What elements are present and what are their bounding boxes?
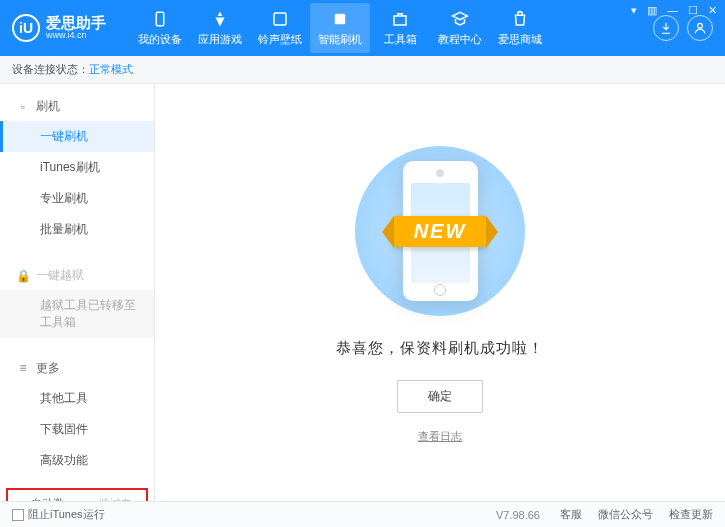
svg-rect-2: [335, 14, 346, 25]
user-btn[interactable]: [687, 15, 713, 41]
success-message: 恭喜您，保资料刷机成功啦！: [336, 339, 544, 358]
wallpaper-icon: [270, 9, 290, 29]
toolbox-icon: [390, 9, 410, 29]
footer-link-wechat[interactable]: 微信公众号: [598, 507, 653, 522]
window-controls: ▾ ▥ — ☐ ✕: [631, 4, 717, 17]
header: iU 爱思助手 www.i4.cn 我的设备 应用游戏 铃声壁纸 智能刷机 工具…: [0, 0, 725, 56]
lock-icon: 🔒: [16, 269, 30, 283]
sb-item-itunes[interactable]: iTunes刷机: [0, 152, 154, 183]
sb-item-pro[interactable]: 专业刷机: [0, 183, 154, 214]
svg-point-4: [698, 23, 703, 28]
nav-ringtones[interactable]: 铃声壁纸: [250, 3, 310, 53]
sb-jailbreak-header[interactable]: 🔒 一键越狱: [0, 261, 154, 290]
sidebar: ▫ 刷机 一键刷机 iTunes刷机 专业刷机 批量刷机 🔒 一键越狱 越狱工具…: [0, 84, 155, 501]
highlight-box: 自动激活 跳过向导: [6, 488, 148, 501]
maximize-btn[interactable]: ☐: [688, 4, 698, 17]
status-label: 设备连接状态：: [12, 62, 89, 77]
sb-flash-header[interactable]: ▫ 刷机: [0, 92, 154, 121]
footer: 阻止iTunes运行 V7.98.66 客服 微信公众号 检查更新: [0, 501, 725, 527]
footer-link-support[interactable]: 客服: [560, 507, 582, 522]
logo: iU 爱思助手 www.i4.cn: [12, 14, 106, 42]
checkbox-skip-guide: 跳过向导: [84, 496, 138, 501]
sb-more-header[interactable]: ≡ 更多: [0, 354, 154, 383]
svg-rect-0: [156, 12, 164, 26]
menu-btn[interactable]: ▾: [631, 4, 637, 17]
device-icon: [150, 9, 170, 29]
success-illustration: NEW: [340, 141, 540, 321]
download-btn[interactable]: [653, 15, 679, 41]
sb-item-batch[interactable]: 批量刷机: [0, 214, 154, 245]
sb-jailbreak-note: 越狱工具已转移至工具箱: [0, 290, 154, 338]
sb-item-advanced[interactable]: 高级功能: [0, 445, 154, 476]
sb-item-download-fw[interactable]: 下载固件: [0, 414, 154, 445]
confirm-button[interactable]: 确定: [397, 380, 483, 413]
nav-apps[interactable]: 应用游戏: [190, 3, 250, 53]
sb-item-othertools[interactable]: 其他工具: [0, 383, 154, 414]
flash-icon: [330, 9, 350, 29]
main-content: NEW 恭喜您，保资料刷机成功啦！ 确定 查看日志: [155, 84, 725, 501]
svg-rect-3: [394, 16, 406, 25]
main-nav: 我的设备 应用游戏 铃声壁纸 智能刷机 工具箱 教程中心 爱思商城: [130, 3, 653, 53]
status-bar: 设备连接状态： 正常模式: [0, 56, 725, 84]
svg-rect-1: [274, 13, 286, 25]
app-title: 爱思助手: [46, 15, 106, 32]
nav-toolbox[interactable]: 工具箱: [370, 3, 430, 53]
version: V7.98.66: [496, 509, 540, 521]
sb-item-oneclick[interactable]: 一键刷机: [0, 121, 154, 152]
nav-flash[interactable]: 智能刷机: [310, 3, 370, 53]
checkbox-block-itunes[interactable]: 阻止iTunes运行: [12, 507, 105, 522]
nav-my-device[interactable]: 我的设备: [130, 3, 190, 53]
minimize-btn[interactable]: —: [667, 4, 678, 17]
new-ribbon: NEW: [394, 216, 487, 247]
checkbox-auto-activate[interactable]: 自动激活: [16, 496, 70, 501]
flash-section-icon: ▫: [16, 100, 30, 114]
skin-btn[interactable]: ▥: [647, 4, 657, 17]
tutorial-icon: [450, 9, 470, 29]
logo-icon: iU: [12, 14, 40, 42]
nav-tutorials[interactable]: 教程中心: [430, 3, 490, 53]
store-icon: [510, 9, 530, 29]
apps-icon: [210, 9, 230, 29]
more-icon: ≡: [16, 361, 30, 375]
footer-link-update[interactable]: 检查更新: [669, 507, 713, 522]
view-log-link[interactable]: 查看日志: [418, 429, 462, 444]
app-url: www.i4.cn: [46, 31, 106, 41]
checkbox-icon: [12, 509, 24, 521]
nav-store[interactable]: 爱思商城: [490, 3, 550, 53]
status-value: 正常模式: [89, 62, 133, 77]
close-btn[interactable]: ✕: [708, 4, 717, 17]
